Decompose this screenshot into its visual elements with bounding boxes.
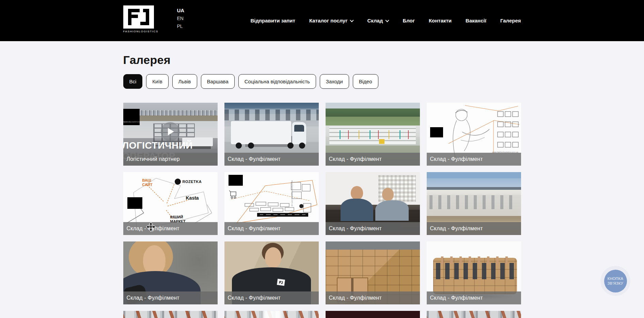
gallery-card[interactable]: Склад - Фулфілмент [427,172,521,235]
yellow-building-shape [379,139,384,144]
card-caption: Склад - Фулфілмент [326,291,420,304]
lang-pl[interactable]: PL [177,23,185,29]
fl-logo-overlay [430,127,443,137]
filter-kyiv[interactable]: Київ [146,74,168,89]
fl-logo-overlay: FASHIONLOGISTICS [123,109,140,125]
gallery-card[interactable] [123,311,218,318]
filter-events[interactable]: Заходи [320,74,349,89]
card-caption: Склад - Фулфілмент [326,153,420,166]
brand-name: FASHIONLOGISTICS [123,30,154,33]
gallery-card[interactable] [427,311,521,318]
nav-gallery-label: Галерея [500,18,521,23]
person-head-shape [351,186,363,200]
nav-vacancies-label: Вакансії [466,18,486,23]
contact-float-button-face: КНОПКА ЗВ'ЯЗКУ [604,270,627,292]
card-caption: Склад - Фулфілмент [224,291,319,304]
nav-contacts-label: Контакти [429,18,452,23]
facade-accents-texture [329,130,416,139]
gallery-grid: FASHIONLOGISTICS ЛОГІСТИЧНИЙ ОПЕРАТОР Ло… [123,103,521,318]
nav-send-request-label: Відправити запит [250,18,295,23]
filter-video[interactable]: Відео [353,74,378,89]
person-torso-shape [375,200,409,221]
lang-ua[interactable]: UA [177,7,185,13]
gallery-page: { "header": { "brand": "FASHIONLOGISTICS… [0,0,644,318]
fl-logo-patch [277,279,285,286]
gallery-card[interactable]: www.fashionlogistics.com.ua Склад - Фулф… [224,172,319,235]
card-caption: Логістичний партнер [123,153,218,166]
gallery-card[interactable] [224,311,319,318]
gallery-card[interactable]: www.fashionlogistics.com.ua Склад - Фулф… [427,103,521,166]
truck-cab-shape [292,122,307,144]
person-head-shape [382,188,394,201]
gallery-card-video[interactable]: FASHIONLOGISTICS ЛОГІСТИЧНИЙ ОПЕРАТОР Ло… [123,103,218,166]
page-title: Галерея [123,53,521,66]
card-caption: Склад - Фулфілмент [326,222,420,235]
card-caption: Склад - Фулфілмент [427,291,521,304]
site-url-vertical-text: www.fashionlogistics.com.ua [291,180,293,206]
fl-logo-overlay-text: FASHIONLOGISTICS [123,121,140,123]
truck-trailer-shape [231,121,291,144]
team-figures-texture [436,263,515,279]
card-caption: Склад - Фулфілмент [224,222,319,235]
facade-windows-texture [429,195,518,209]
nav-blog[interactable]: Блог [403,18,415,23]
nav-services-catalog[interactable]: Каталог послуг [309,18,354,23]
nav-blog-label: Блог [403,18,415,23]
label-rozetka: ROZETKA [183,180,202,184]
nav-warehouse[interactable]: Склад [367,18,389,23]
nav-send-request[interactable]: Відправити запит [250,18,295,23]
chevron-down-icon [350,18,354,22]
warehouse-racks-photo [427,311,521,318]
nav-vacancies[interactable]: Вакансії [466,18,486,23]
gallery-card[interactable] [326,311,420,318]
gallery-card[interactable]: Склад - Фулфілмент [123,241,218,304]
play-icon [168,128,174,135]
gallery-card[interactable]: Склад - Фулфілмент [224,103,319,166]
filter-social-responsibility[interactable]: Соціальна відповідальність [238,74,316,89]
truck-wheels-shape [236,143,242,149]
fl-logo-overlay [127,197,142,209]
filter-all[interactable]: Всі [123,74,143,89]
gallery-card[interactable]: Склад - Фулфілмент [326,172,420,235]
contact-float-button[interactable]: КНОПКА ЗВ'ЯЗКУ [600,266,630,296]
gallery-card[interactable]: ВАШ САЙТ ROZETKA Kasta ІНШИЙ МАРКЕТ Скла… [123,172,218,235]
building-windows-texture [224,110,319,120]
nav-gallery[interactable]: Галерея [500,18,521,23]
label-your-site: ВАШ САЙТ [142,178,158,187]
person-face-shape [265,247,281,268]
filter-lviv[interactable]: Львів [172,74,197,89]
filter-warsaw[interactable]: Варшава [201,74,235,89]
person-face-shape [143,245,166,275]
gallery-card[interactable]: Склад - Фулфілмент [326,241,420,304]
card-caption: Склад - Фулфілмент [123,222,218,235]
language-switcher: UA EN PL [177,7,185,29]
warehouse-racks-photo [123,311,218,318]
label-kasta: Kasta [186,195,199,201]
gallery-card[interactable]: Склад - Фулфілмент [427,241,521,304]
contact-float-label-line1: КНОПКА [608,276,623,281]
person-torso-shape [341,199,373,221]
brand-logo-icon [123,5,154,29]
warehouse-racks-photo [224,311,319,318]
team-heads-texture [438,256,514,264]
gallery-filters: Всі Київ Львів Варшава Соціальна відпові… [123,74,521,89]
brand-logo[interactable]: FASHIONLOGISTICS [123,5,154,33]
card-caption: Склад - Фулфілмент [123,291,218,304]
nav-contacts[interactable]: Контакти [429,18,452,23]
dark-warehouse-photo [326,311,420,318]
card-caption: Склад - Фулфілмент [427,222,521,235]
nav-services-catalog-label: Каталог послуг [309,18,348,23]
main-nav: Відправити запит Каталог послуг Склад Бл… [250,0,521,41]
fl-logo-overlay [229,175,243,186]
gallery-card[interactable]: Склад - Фулфілмент [224,241,319,304]
video-overlay-title-line1: ЛОГІСТИЧНИЙ [123,140,193,151]
nav-warehouse-label: Склад [367,18,383,23]
lang-en[interactable]: EN [177,16,185,21]
chevron-down-icon [386,18,389,22]
card-caption: Склад - Фулфілмент [224,153,319,166]
roofline-shape [427,187,521,189]
play-button[interactable] [161,122,180,141]
gallery-card[interactable]: Склад - Фулфілмент [326,103,420,166]
site-header: FASHIONLOGISTICS UA EN PL Відправити зап… [0,0,644,41]
contact-float-label-line2: ЗВ'ЯЗКУ [608,281,623,286]
